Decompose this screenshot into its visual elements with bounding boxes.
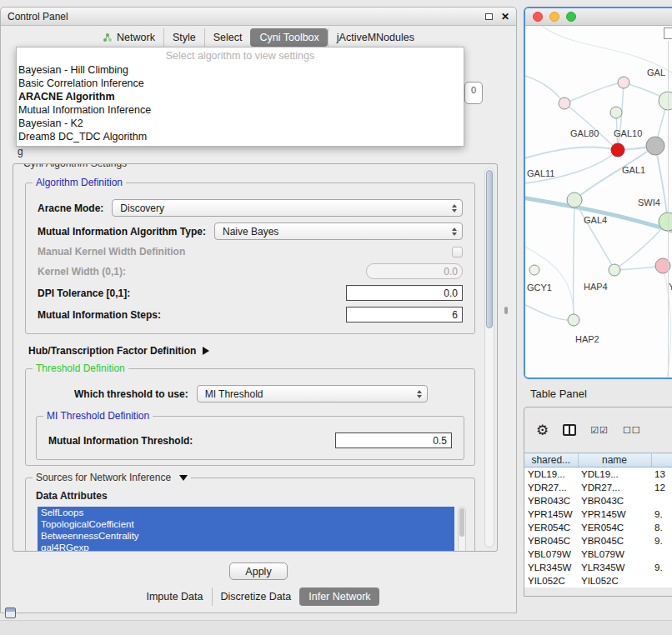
scrollbar-thumb[interactable] (486, 170, 493, 328)
which-threshold-select[interactable]: MI Threshold (197, 385, 428, 402)
gear-icon[interactable]: ⚙ (536, 423, 549, 438)
settings-legend: Cyni Algorithm Settings (20, 163, 130, 169)
status-bar (0, 620, 672, 635)
attribute-item-selected[interactable]: BetweennessCentrality (38, 530, 454, 542)
mi-threshold-label: Mutual Information Threshold: (48, 435, 193, 447)
tab-style[interactable]: Style (163, 28, 204, 47)
aracne-mode-label: Aracne Mode: (38, 202, 103, 214)
table-row[interactable]: YIL052CYIL052C (524, 574, 672, 588)
minimize-traffic-light-icon[interactable] (549, 12, 559, 22)
table-row[interactable]: YBR043CYBR043C (524, 494, 672, 508)
close-icon[interactable]: ✕ (501, 12, 509, 22)
mi-type-select[interactable]: Naive Bayes (214, 222, 463, 240)
network-node[interactable] (559, 98, 570, 109)
node-label: GAL (647, 68, 665, 78)
mi-threshold-field[interactable]: 0.5 (335, 432, 452, 448)
table-row[interactable]: YBR045CYBR045C9. (524, 534, 672, 548)
top-tab-bar: Network Style Select Cyni Toolbox jActiv… (1, 26, 516, 49)
expand-right-icon (203, 347, 209, 355)
node-label: Y (669, 282, 672, 292)
network-node[interactable] (568, 314, 579, 326)
network-labels: GAL GAL80 GAL10 GAL11 GAL1 SWI4 GAL4 GCY… (527, 68, 672, 344)
dropdown-item[interactable]: Bayesian - Hill Climbing (17, 63, 464, 77)
network-node[interactable] (659, 92, 672, 110)
dropdown-item[interactable]: Dream8 DC_TDC Algorithm (17, 130, 464, 143)
combo-arrows-icon (417, 390, 422, 398)
node-table: shared... name YDL19...YDL19...13 YDR27.… (524, 452, 672, 588)
network-node-red[interactable] (611, 143, 624, 157)
attribute-list-scrollbar[interactable] (458, 507, 466, 552)
kernel-width-field[interactable]: 0.0 (366, 263, 463, 279)
tab-cyni-toolbox[interactable]: Cyni Toolbox (250, 28, 327, 47)
table-row[interactable]: YER054CYER054C8. (524, 521, 672, 534)
mi-type-label: Mutual Information Algorithm Type: (38, 226, 206, 238)
column-header[interactable]: shared... (524, 453, 578, 468)
clipped-label-fragment: g (18, 146, 23, 158)
tab-discretize-data[interactable]: Discretize Data (212, 588, 300, 606)
dropdown-placeholder: Select algorithm to view settings (17, 49, 464, 63)
view-scroll-button[interactable] (664, 28, 672, 39)
node-label: GAL10 (614, 128, 642, 138)
dpi-tolerance-field[interactable]: 0.0 (346, 285, 463, 301)
combo-arrows-icon (452, 204, 457, 212)
mi-steps-label: Mutual Information Steps: (38, 309, 161, 321)
table-row[interactable]: YDL19...YDL19...13 (524, 468, 672, 481)
network-node-gray[interactable] (646, 137, 664, 155)
close-traffic-light-icon[interactable] (533, 12, 543, 22)
column-header[interactable] (651, 453, 672, 468)
algorithm-definition-group: Algorithm Definition Aracne Mode: Discov… (25, 182, 475, 334)
partial-spinner-field[interactable]: 0 (464, 82, 483, 104)
attribute-item-selected[interactable]: gal4RGexp (38, 542, 454, 552)
tab-jactivemnodules[interactable]: jActiveMNodules (328, 28, 423, 47)
table-row[interactable]: YPR145WYPR145W9. (524, 508, 672, 521)
network-node[interactable] (567, 192, 582, 208)
hub-definition-expander[interactable]: Hub/Transcription Factor Definition (28, 345, 472, 357)
threshold-definition-group: Threshold Definition Which threshold to … (25, 368, 475, 466)
apply-button[interactable]: Apply (229, 562, 288, 580)
zoom-traffic-light-icon[interactable] (566, 12, 576, 22)
data-attributes-title: Data Attributes (36, 490, 466, 502)
tab-network[interactable]: Network (94, 28, 163, 47)
mi-steps-field[interactable]: 6 (346, 307, 463, 322)
aracne-mode-select[interactable]: Discovery (112, 199, 463, 217)
threshold-definition-legend: Threshold Definition (33, 362, 128, 374)
column-chooser-icon[interactable] (563, 424, 576, 436)
attribute-item-selected[interactable]: SelfLoops (38, 507, 454, 518)
network-node[interactable] (610, 107, 622, 118)
select-all-checkboxes-icon[interactable]: ☑☑ (590, 425, 609, 436)
dropdown-item[interactable]: Bayesian - K2 (17, 117, 464, 130)
dropdown-item-selected[interactable]: ARACNE Algorithm (17, 90, 464, 103)
node-label: GAL11 (527, 168, 554, 178)
float-window-icon[interactable] (485, 13, 493, 20)
panel-toggle-icon[interactable] (5, 608, 16, 618)
table-row[interactable]: YBL079WYBL079W (524, 548, 672, 561)
tab-infer-network[interactable]: Infer Network (299, 588, 379, 606)
bottom-tab-bar: Impute Data Discretize Data Infer Networ… (1, 588, 516, 606)
combo-arrows-icon (452, 228, 457, 236)
attribute-list: SelfLoops TopologicalCoefficient Between… (38, 507, 466, 552)
table-row[interactable]: YLR345WYLR345W9. (524, 561, 672, 574)
dropdown-item[interactable]: Mutual Information Inference (17, 103, 464, 117)
dropdown-item[interactable]: Basic Correlation Inference (17, 77, 464, 90)
which-threshold-label: Which threshold to use: (74, 388, 188, 400)
tab-select[interactable]: Select (204, 28, 251, 47)
sources-legend[interactable]: Sources for Network Inference (33, 472, 191, 483)
network-node[interactable] (529, 265, 539, 275)
network-canvas[interactable]: GAL GAL80 GAL10 GAL11 GAL1 SWI4 GAL4 GCY… (525, 26, 672, 378)
table-row[interactable]: YDR27...YDR27...12 (524, 481, 672, 494)
view-scrollbar-track (668, 41, 669, 377)
settings-scrollbar[interactable] (484, 168, 494, 548)
column-header[interactable]: name (578, 453, 651, 468)
network-node[interactable] (618, 77, 629, 88)
node-label: GCY1 (527, 282, 552, 292)
deselect-all-checkboxes-icon[interactable]: ☐☐ (623, 425, 641, 436)
kernel-width-label: Kernel Width (0,1): (38, 266, 126, 278)
manual-kernel-label: Manual Kernel Width Definition (38, 246, 185, 258)
dpi-tolerance-label: DPI Tolerance [0,1]: (38, 288, 130, 299)
network-node[interactable] (609, 264, 620, 276)
splitter-handle[interactable] (504, 307, 508, 314)
control-panel-titlebar: Control Panel ✕ (1, 8, 516, 26)
attribute-item-selected[interactable]: TopologicalCoefficient (38, 518, 454, 530)
tab-impute-data[interactable]: Impute Data (138, 588, 211, 606)
manual-kernel-checkbox[interactable] (452, 247, 463, 258)
